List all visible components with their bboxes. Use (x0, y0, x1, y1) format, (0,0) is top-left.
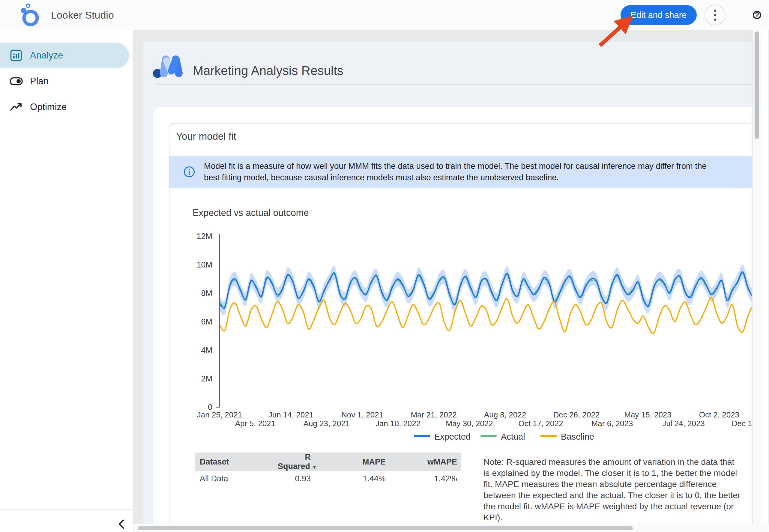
expected-vs-actual-chart: 02M4M6M8M10M12MJan 25, 2021Jun 14, 2021N… (193, 232, 752, 441)
svg-text:Nov 1, 2021: Nov 1, 2021 (341, 410, 383, 419)
svg-text:Dec 26, 2022: Dec 26, 2022 (553, 410, 600, 419)
info-banner: Model fit is a measure of how well your … (169, 156, 752, 188)
column-header-wmape[interactable]: wMAPE (390, 453, 461, 471)
column-header-r-squared[interactable]: R Squared▾ (273, 453, 315, 471)
legend-label-expected: Expected (434, 432, 471, 441)
svg-text:Jan 10, 2022: Jan 10, 2022 (376, 419, 420, 428)
vertical-scrollbar-thumb[interactable] (755, 31, 759, 139)
svg-text:May 30, 2022: May 30, 2022 (446, 419, 493, 428)
report-canvas: Marketing Analysis Results Your model fi… (133, 30, 769, 532)
svg-text:Oct 2, 2023: Oct 2, 2023 (699, 410, 739, 419)
svg-text:May 15, 2023: May 15, 2023 (624, 410, 672, 419)
sidebar-item-optimize[interactable]: Optimize (0, 94, 129, 120)
legend-swatch-expected (414, 435, 430, 437)
collapse-sidebar-button[interactable] (113, 516, 129, 532)
sidebar-item-label: Analyze (30, 50, 63, 61)
trending-up-icon (10, 100, 23, 114)
info-icon (183, 166, 195, 178)
right-gutter (761, 30, 769, 532)
sidebar-footer-divider (0, 509, 133, 510)
toggle-icon (10, 75, 23, 88)
help-icon: ? (755, 12, 759, 19)
looker-studio-logo-icon (16, 3, 43, 27)
svg-text:Oct 17, 2022: Oct 17, 2022 (519, 419, 563, 428)
meridian-logo-icon (152, 55, 184, 79)
header-divider (155, 84, 752, 85)
svg-text:8M: 8M (201, 289, 212, 298)
app-title: Looker Studio (51, 9, 114, 21)
analyze-chart-icon (10, 49, 23, 62)
svg-text:2M: 2M (201, 374, 212, 383)
section-heading: Your model fit (176, 131, 236, 142)
svg-text:Mar 21, 2022: Mar 21, 2022 (411, 410, 456, 419)
chart-title: Expected vs actual outcome (193, 208, 309, 218)
svg-text:Jul 24, 2023: Jul 24, 2023 (662, 419, 705, 428)
info-banner-text: Model fit is a measure of how well your … (204, 160, 752, 183)
topbar-divider (739, 5, 739, 25)
vertical-scrollbar[interactable] (753, 30, 761, 532)
left-sidebar: Analyze Plan Optimize (0, 30, 133, 532)
table-header-row: Dataset R Squared▾ MAPE wMAPE (195, 453, 461, 471)
sidebar-item-analyze[interactable]: Analyze (0, 43, 129, 68)
horizontal-scrollbar-thumb[interactable] (138, 526, 633, 530)
model-fit-card: Your model fit Model fit is a measure of… (153, 107, 752, 532)
sidebar-item-label: Optimize (30, 102, 67, 112)
edit-and-share-button[interactable]: Edit and share (621, 5, 697, 25)
more-options-button[interactable] (705, 4, 726, 25)
horizontal-scrollbar[interactable] (133, 524, 769, 532)
sidebar-item-label: Plan (30, 76, 49, 87)
legend-swatch-baseline (540, 435, 557, 437)
report-title: Marketing Analysis Results (193, 64, 343, 78)
svg-text:Aug 8, 2022: Aug 8, 2022 (484, 410, 526, 419)
model-fit-section: Your model fit Model fit is a measure of… (169, 123, 752, 532)
legend-label-baseline: Baseline (561, 432, 594, 441)
svg-text:Jun 14, 2021: Jun 14, 2021 (268, 410, 313, 419)
kebab-menu-icon (714, 10, 716, 12)
help-button[interactable]: ? (753, 11, 761, 19)
svg-text:Apr 5, 2021: Apr 5, 2021 (235, 419, 275, 428)
top-bar: Looker Studio Edit and share ? (0, 0, 769, 30)
svg-text:4M: 4M (201, 346, 212, 355)
svg-text:Dec 18, 2023: Dec 18, 2023 (732, 419, 752, 428)
sort-descending-icon: ▾ (313, 465, 316, 470)
svg-text:Jan 25, 2021: Jan 25, 2021 (197, 410, 242, 419)
column-header-mape[interactable]: MAPE (315, 453, 390, 471)
legend-swatch-actual (480, 435, 497, 437)
chevron-left-icon (117, 519, 125, 530)
svg-text:10M: 10M (196, 260, 212, 269)
metrics-note: Note: R-squared measures the amount of v… (483, 456, 742, 523)
svg-text:6M: 6M (201, 317, 212, 326)
column-header-dataset[interactable]: Dataset (195, 453, 273, 471)
legend-label-actual: Actual (501, 432, 525, 441)
svg-text:12M: 12M (196, 232, 212, 241)
sidebar-item-plan[interactable]: Plan (0, 68, 129, 94)
svg-text:Aug 23, 2021: Aug 23, 2021 (304, 419, 350, 428)
table-empty-area (195, 482, 461, 524)
svg-text:Mar 6, 2023: Mar 6, 2023 (591, 419, 633, 428)
report-page: Marketing Analysis Results Your model fi… (143, 42, 752, 532)
